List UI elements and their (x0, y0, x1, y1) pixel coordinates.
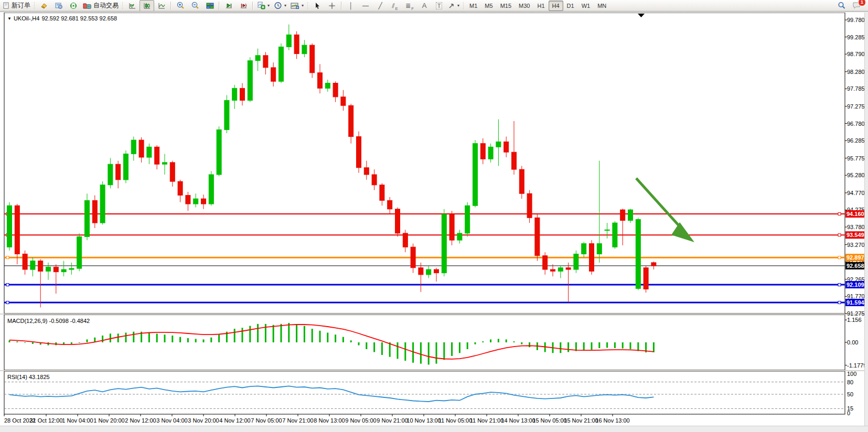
timeframe-h4-button[interactable]: H4 (549, 1, 563, 11)
candle-body (341, 97, 346, 106)
macd-histogram-bar (312, 329, 313, 342)
line-handle[interactable] (838, 213, 841, 215)
line-handle[interactable] (838, 256, 841, 259)
macd-histogram-bar (342, 337, 344, 342)
candle-body (255, 56, 260, 61)
timeframe-mn-button[interactable]: MN (594, 1, 610, 11)
timeframe-w1-button[interactable]: W1 (578, 1, 594, 11)
candle-body (263, 56, 268, 68)
macd-histogram-bar (288, 323, 290, 342)
data-window-icon (55, 2, 63, 9)
macd-histogram-bar (482, 341, 484, 342)
trendline-tool-button[interactable]: ╱ (373, 0, 388, 12)
macd-histogram-bar (172, 336, 173, 342)
cursor-tool-button[interactable] (310, 0, 325, 12)
timeframe-m5-button[interactable]: M5 (481, 1, 496, 11)
fibonacci-tool-button[interactable]: ≣F (402, 0, 417, 12)
timeframe-d1-button[interactable]: D1 (563, 1, 578, 11)
pane-border (4, 13, 845, 314)
candle-body (53, 267, 58, 272)
time-axis[interactable]: 28 Oct 202231 Oct 12:001 Nov 04:001 Nov … (4, 414, 630, 424)
templates-button[interactable]: ▾ (288, 0, 306, 12)
zoom-in-icon (176, 2, 185, 9)
line-handle[interactable] (838, 301, 841, 304)
candle-body (512, 152, 517, 169)
pane-separator[interactable] (0, 370, 868, 371)
periods-caret-icon: ▾ (284, 3, 286, 8)
channel-tool-button[interactable]: ⫽E (388, 0, 402, 12)
candle-body (636, 220, 640, 289)
macd-histogram-bar (498, 339, 499, 342)
line-chart-mode-button[interactable] (154, 0, 169, 12)
zoom-out-button[interactable] (188, 0, 202, 12)
shapes-tool-button[interactable]: ▾ (446, 0, 462, 12)
horizontal-line-tool-button[interactable]: — (358, 0, 373, 12)
line-handle[interactable] (6, 301, 9, 304)
price-axis[interactable]: 99.78099.28598.79098.28097.78597.27596.7… (845, 17, 866, 416)
candle-body (519, 169, 524, 193)
candle-body (108, 164, 113, 185)
text-tool-button[interactable]: A (417, 0, 432, 12)
new-order-label: 新订单 (12, 1, 30, 10)
new-order-button[interactable]: 新订单 (1, 0, 33, 12)
macd-histogram-bar (373, 342, 375, 352)
candle-body (325, 83, 330, 89)
candle-body (209, 175, 213, 204)
candle-body (286, 35, 291, 47)
candle-body (124, 154, 128, 180)
pane-separator[interactable] (0, 314, 868, 315)
candle-body (590, 244, 594, 272)
chart-title-caret-icon[interactable]: ▼ (7, 16, 12, 21)
time-axis-label: 11 Nov 05:00 (438, 417, 473, 424)
candle-body (69, 268, 74, 269)
time-axis-label: 1 Nov 20:00 (93, 417, 124, 424)
candle-body (224, 100, 229, 129)
candle-body (116, 164, 121, 180)
vertical-line-tool-button[interactable]: │ (344, 0, 358, 12)
zoom-out-icon (191, 2, 199, 9)
candle-body (38, 261, 43, 272)
axis-label: 92.658 (846, 263, 864, 269)
timeframe-m30-button[interactable]: M30 (515, 1, 533, 11)
periods-button[interactable]: ▾ (272, 0, 288, 12)
line-handle[interactable] (6, 256, 9, 259)
data-window-button[interactable] (51, 0, 66, 12)
signals-button[interactable] (66, 0, 81, 12)
timeframe-m15-button[interactable]: M15 (497, 1, 515, 11)
candlestick-mode-button[interactable] (140, 0, 154, 12)
chart-shift-button[interactable] (236, 0, 251, 12)
macd-histogram-bar (443, 342, 445, 360)
time-axis-label: 1 Nov 04:00 (62, 417, 93, 424)
chart-canvas: 99.78099.28598.79098.28097.78597.27596.7… (0, 13, 868, 427)
candle-body (372, 175, 377, 185)
line-handle[interactable] (838, 284, 841, 286)
crosshair-tool-button[interactable] (325, 0, 339, 12)
axis-label: 93.549 (846, 232, 864, 238)
axis-label: 93.780 (847, 224, 865, 230)
candle-body (504, 142, 509, 152)
chart-ohlc-values: 92.592 92.681 92.553 92.658 (41, 15, 117, 21)
zoom-in-button[interactable] (173, 0, 188, 12)
market-watch-button[interactable] (37, 0, 51, 12)
auto-scroll-button[interactable] (221, 0, 236, 12)
line-handle[interactable] (838, 234, 841, 236)
pane-border (4, 315, 845, 370)
line-handle[interactable] (6, 284, 9, 286)
axis-label: 0 (847, 410, 850, 416)
tile-windows-button[interactable] (202, 0, 217, 12)
candle-body (217, 129, 221, 175)
macd-histogram-bar (420, 342, 422, 364)
timeframe-h1-button[interactable]: H1 (533, 1, 548, 11)
chart-window: 99.78099.28598.79098.28097.78597.27596.7… (0, 13, 868, 427)
auto-trading-button[interactable]: 自动交易 (81, 0, 121, 12)
pane-border (4, 371, 845, 414)
timeframe-m1-button[interactable]: M1 (466, 1, 481, 11)
add-indicator-button[interactable]: ▾ (255, 0, 272, 12)
candle-body (457, 233, 462, 240)
bar-chart-mode-button[interactable] (125, 0, 140, 12)
label-tool-button[interactable]: T (432, 0, 446, 12)
text-tool-icon: A (422, 2, 427, 9)
candle-body (147, 147, 152, 157)
search-button[interactable] (834, 0, 849, 12)
notifications-button[interactable]: 1 (849, 0, 864, 12)
